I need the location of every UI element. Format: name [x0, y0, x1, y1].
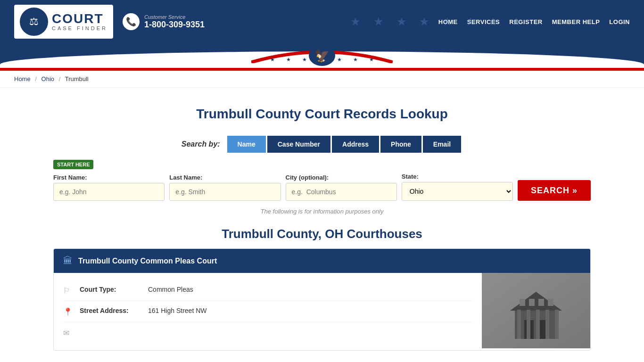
start-here-badge: START HERE	[53, 160, 591, 173]
svg-rect-13	[538, 299, 544, 306]
eagle-icon: 🦅	[314, 49, 330, 63]
logo-case-label: CASE FINDER	[52, 25, 107, 31]
breadcrumb-sep-1: /	[35, 75, 37, 82]
courthouse-info-row-type: ⚐ Court Type: Common Pleas	[63, 280, 472, 301]
breadcrumb-current: Trumbull	[65, 75, 89, 82]
breadcrumb-sep-2: /	[59, 75, 61, 82]
eagle-container: 🦅	[309, 45, 335, 66]
tab-email[interactable]: Email	[423, 136, 461, 153]
city-label: City (optional):	[286, 174, 397, 181]
start-here-label: START HERE	[53, 160, 93, 169]
courthouse-info: ⚐ Court Type: Common Pleas 📍 Street Addr…	[54, 273, 482, 350]
first-name-group: First Name:	[53, 174, 165, 201]
customer-service: 📞 Customer Service 1-800-309-9351	[123, 13, 205, 30]
info-note: The following is for information purpose…	[53, 208, 591, 215]
page-title: Trumbull County Court Records Lookup	[53, 107, 591, 122]
city-input[interactable]	[286, 183, 397, 201]
svg-rect-11	[520, 299, 525, 306]
courthouse-body: ⚐ Court Type: Common Pleas 📍 Street Addr…	[54, 273, 590, 350]
tab-case-number[interactable]: Case Number	[267, 136, 330, 153]
last-name-input[interactable]	[169, 183, 281, 201]
last-name-label: Last Name:	[169, 174, 281, 181]
first-name-input[interactable]	[53, 183, 165, 201]
nav-register[interactable]: REGISTER	[509, 18, 542, 25]
svg-rect-10	[555, 310, 559, 339]
tab-name[interactable]: Name	[227, 136, 266, 153]
main-content: Trumbull County Court Records Lookup Sea…	[39, 88, 605, 362]
city-group: City (optional):	[286, 174, 397, 201]
nav-services[interactable]: SERVICES	[467, 18, 500, 25]
nav-member-help[interactable]: MEMBER HELP	[552, 18, 600, 25]
courthouse-image	[482, 273, 590, 348]
site-logo: ⚖ COURT CASE FINDER	[14, 5, 113, 39]
state-select[interactable]: Ohio Alabama Alaska Arizona California	[402, 182, 513, 201]
courthouse-info-row-address: 📍 Street Address: 161 High Street NW	[63, 301, 472, 322]
search-by-row: Search by: Name Case Number Address Phon…	[53, 136, 591, 153]
svg-rect-12	[529, 299, 535, 306]
address-icon: 📍	[63, 307, 73, 316]
courthouses-section-title: Trumbull County, OH Courthouses	[53, 227, 591, 241]
courthouse-name-link[interactable]: Trumbull County Common Pleas Court	[78, 257, 217, 265]
courthouse-icon: 🏛	[63, 255, 73, 266]
eagle-banner-area: 🦅 ★★★★★★	[0, 43, 644, 68]
last-name-group: Last Name:	[169, 174, 281, 201]
breadcrumb-home[interactable]: Home	[14, 75, 31, 82]
svg-rect-7	[527, 310, 530, 339]
breadcrumb-ohio[interactable]: Ohio	[41, 75, 54, 82]
svg-rect-6	[517, 310, 521, 339]
address-value: 161 High Street NW	[148, 307, 207, 314]
first-name-label: First Name:	[53, 174, 165, 181]
header-left: ⚖ COURT CASE FINDER 📞 Customer Service 1…	[14, 5, 205, 39]
svg-rect-8	[536, 310, 540, 339]
search-button[interactable]: SEARCH »	[518, 180, 591, 201]
courthouse-image-svg	[482, 273, 590, 348]
court-type-value: Common Pleas	[148, 286, 193, 293]
state-label: State:	[402, 173, 513, 180]
headset-icon: 📞	[123, 13, 140, 30]
search-section: Search by: Name Case Number Address Phon…	[53, 136, 591, 215]
address-label: Street Address:	[80, 307, 141, 314]
courthouse-info-row-city: ✉	[63, 322, 472, 343]
eagle-banner: 🦅 ★★★★★★	[309, 43, 335, 66]
search-fields-row: First Name: Last Name: City (optional): …	[53, 173, 591, 201]
tab-phone[interactable]: Phone	[380, 136, 421, 153]
court-type-icon: ⚐	[63, 286, 73, 295]
logo-court-label: COURT	[52, 12, 107, 25]
logo-text: COURT CASE FINDER	[52, 12, 107, 31]
svg-rect-14	[548, 299, 553, 306]
customer-service-phone: 1-800-309-9351	[144, 20, 205, 30]
logo-emblem: ⚖	[20, 8, 48, 36]
nav-home[interactable]: HOME	[438, 18, 458, 25]
city-icon: ✉	[63, 329, 73, 337]
svg-rect-9	[545, 310, 549, 339]
main-nav: HOME SERVICES REGISTER MEMBER HELP LOGIN	[438, 18, 630, 25]
site-header: ★ ★ ★ ★ ★ ★ ★ ★ ⚖ COURT CASE FINDER 📞 Cu…	[0, 0, 644, 43]
customer-service-label: Customer Service	[144, 14, 205, 20]
nav-login[interactable]: LOGIN	[609, 18, 630, 25]
court-type-label: Court Type:	[80, 286, 141, 293]
breadcrumb: Home / Ohio / Trumbull	[0, 71, 644, 88]
courthouse-card: 🏛 Trumbull County Common Pleas Court ⚐ C…	[53, 248, 591, 351]
state-group: State: Ohio Alabama Alaska Arizona Calif…	[402, 173, 513, 201]
search-by-label: Search by:	[182, 140, 220, 148]
courthouse-header: 🏛 Trumbull County Common Pleas Court	[54, 249, 590, 273]
customer-service-text: Customer Service 1-800-309-9351	[144, 14, 205, 30]
tab-address[interactable]: Address	[332, 136, 379, 153]
